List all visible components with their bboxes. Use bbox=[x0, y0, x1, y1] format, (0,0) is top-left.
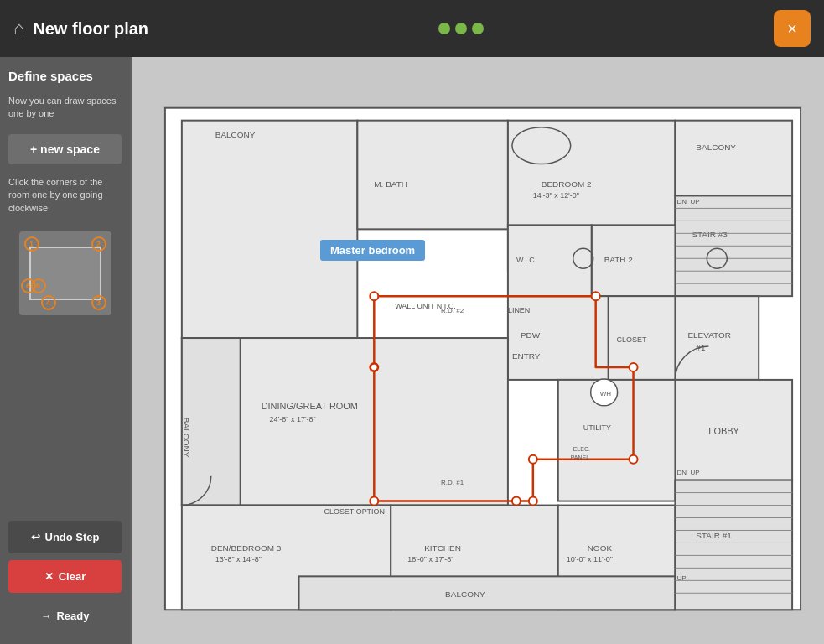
svg-point-78 bbox=[370, 497, 378, 506]
svg-point-75 bbox=[630, 455, 638, 464]
svg-text:ELEC.: ELEC. bbox=[573, 446, 590, 452]
close-button[interactable]: × bbox=[774, 10, 811, 47]
svg-point-76 bbox=[529, 455, 537, 464]
sidebar-bottom: ↩ Undo Step ✕ Clear → Ready bbox=[8, 521, 122, 632]
svg-text:18'-0" x 17'-8": 18'-0" x 17'-8" bbox=[407, 555, 453, 564]
svg-text:ENTRY: ENTRY bbox=[512, 351, 541, 361]
corner-4: 4 bbox=[41, 295, 56, 310]
svg-text:LINEN: LINEN bbox=[508, 306, 530, 314]
svg-text:14'-3" x 12'-0": 14'-3" x 12'-0" bbox=[533, 191, 579, 200]
svg-text:UTILITY: UTILITY bbox=[583, 423, 611, 432]
undo-step-button[interactable]: ↩ Undo Step bbox=[8, 521, 122, 553]
svg-rect-48 bbox=[299, 576, 676, 610]
svg-text:CLOSET OPTION: CLOSET OPTION bbox=[324, 507, 385, 516]
svg-text:DINING/GREAT ROOM: DINING/GREAT ROOM bbox=[262, 401, 358, 411]
corner-1: 1 bbox=[24, 236, 39, 252]
instructions-text: Click the corners of the room one by one… bbox=[8, 176, 122, 215]
svg-text:DEN/BEDROOM 3: DEN/BEDROOM 3 bbox=[211, 543, 282, 553]
svg-text:WH: WH bbox=[600, 390, 612, 397]
dot-1 bbox=[438, 23, 450, 34]
svg-rect-4 bbox=[357, 121, 508, 230]
dot-3 bbox=[472, 23, 484, 34]
ready-icon: → bbox=[40, 610, 51, 622]
svg-rect-2 bbox=[182, 121, 357, 338]
app-title: New floor plan bbox=[33, 19, 148, 39]
corner-3: 3 bbox=[91, 295, 106, 310]
svg-point-74 bbox=[630, 363, 638, 371]
svg-text:BALCONY: BALCONY bbox=[696, 143, 736, 152]
svg-text:R.D. #1: R.D. #1 bbox=[441, 479, 464, 486]
new-space-button[interactable]: + new space bbox=[8, 134, 122, 164]
define-spaces-desc: Now you can draw spaces one by one bbox=[8, 95, 122, 121]
master-bedroom-label: Master bedroom bbox=[320, 240, 425, 261]
svg-text:PDW: PDW bbox=[521, 330, 541, 340]
svg-text:BEDROOM 2: BEDROOM 2 bbox=[542, 179, 592, 189]
home-icon: ⌂ bbox=[13, 18, 24, 39]
svg-text:W.I.C.: W.I.C. bbox=[516, 256, 536, 264]
clear-icon: ✕ bbox=[44, 570, 54, 583]
svg-text:KITCHEN: KITCHEN bbox=[424, 543, 461, 553]
svg-text:UP: UP bbox=[690, 198, 699, 205]
ready-label: Ready bbox=[56, 610, 89, 622]
header-left: ⌂ New floor plan bbox=[13, 18, 148, 39]
app-header: ⌂ New floor plan × bbox=[0, 0, 824, 57]
svg-text:BALCONY: BALCONY bbox=[182, 418, 191, 458]
svg-text:STAIR #3: STAIR #3 bbox=[692, 230, 728, 239]
undo-icon: ↩ bbox=[31, 531, 40, 543]
svg-text:ELEVATOR: ELEVATOR bbox=[687, 330, 731, 340]
svg-text:DN: DN bbox=[676, 469, 687, 476]
svg-text:NOOK: NOOK bbox=[588, 543, 613, 553]
header-dots bbox=[438, 23, 484, 34]
svg-text:BALCONY: BALCONY bbox=[215, 130, 256, 139]
svg-point-81 bbox=[371, 364, 377, 371]
dot-2 bbox=[455, 23, 467, 34]
svg-rect-9 bbox=[675, 121, 792, 196]
sidebar: Define spaces Now you can draw spaces on… bbox=[0, 57, 130, 644]
main-layout: Define spaces Now you can draw spaces on… bbox=[0, 57, 824, 644]
define-spaces-title: Define spaces bbox=[8, 69, 122, 83]
svg-text:UP: UP bbox=[690, 469, 699, 476]
svg-text:BALCONY: BALCONY bbox=[445, 589, 485, 599]
svg-text:CLOSET: CLOSET bbox=[617, 335, 647, 344]
ready-button[interactable]: → Ready bbox=[8, 600, 122, 632]
svg-text:M. BATH: M. BATH bbox=[374, 179, 407, 189]
corner-2: 2 bbox=[91, 236, 106, 252]
svg-text:13'-8" x 14'-8": 13'-8" x 14'-8" bbox=[215, 555, 262, 564]
undo-label: Undo Step bbox=[45, 531, 100, 543]
svg-text:24'-8" x 17'-8": 24'-8" x 17'-8" bbox=[270, 415, 316, 423]
svg-text:STAIR #1: STAIR #1 bbox=[696, 531, 732, 540]
corner-6: 6 bbox=[21, 278, 36, 293]
svg-text:DN: DN bbox=[676, 198, 687, 205]
svg-text:R.D. #2: R.D. #2 bbox=[441, 307, 464, 314]
svg-text:10'-0" x 11'-0": 10'-0" x 11'-0" bbox=[567, 555, 613, 564]
svg-point-80 bbox=[512, 497, 521, 506]
svg-point-73 bbox=[592, 292, 600, 300]
svg-text:UP: UP bbox=[676, 574, 686, 582]
floor-plan-svg: BALCONY M. BATH BEDROOM 2 14'-3" x 12'-0… bbox=[132, 57, 824, 644]
svg-text:LOBBY: LOBBY bbox=[708, 426, 739, 436]
svg-text:PANEL: PANEL bbox=[571, 454, 589, 460]
canvas-area[interactable]: BALCONY M. BATH BEDROOM 2 14'-3" x 12'-0… bbox=[132, 57, 824, 644]
clear-label: Clear bbox=[59, 570, 86, 583]
corner-diagram: 1 2 3 4 5 6 bbox=[19, 231, 111, 315]
svg-rect-57 bbox=[675, 480, 792, 610]
svg-point-77 bbox=[529, 497, 537, 506]
svg-text:BATH 2: BATH 2 bbox=[604, 255, 634, 264]
clear-button[interactable]: ✕ Clear bbox=[8, 560, 122, 593]
svg-point-72 bbox=[370, 292, 378, 300]
